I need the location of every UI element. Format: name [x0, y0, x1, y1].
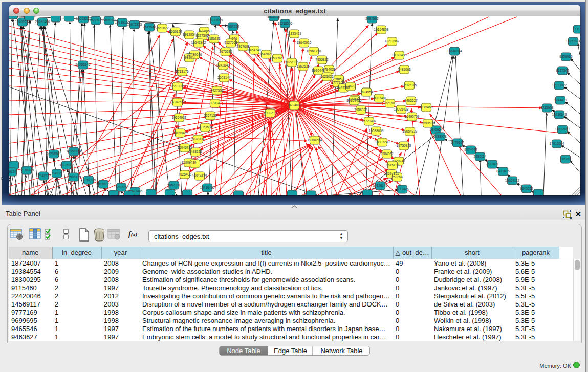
svg-text:2087662: 2087662 — [365, 17, 379, 20]
svg-text:1621022: 1621022 — [320, 75, 334, 78]
svg-text:8186323: 8186323 — [207, 37, 221, 40]
svg-text:9384067: 9384067 — [380, 152, 394, 156]
svg-text:18640910: 18640910 — [297, 41, 312, 45]
svg-text:16495759: 16495759 — [405, 115, 420, 118]
svg-text:19166825: 19166825 — [173, 131, 188, 135]
svg-text:11325419: 11325419 — [287, 32, 302, 35]
svg-text:20691406: 20691406 — [35, 20, 50, 24]
svg-text:15720407: 15720407 — [362, 119, 377, 123]
svg-text:15046785: 15046785 — [178, 146, 192, 149]
svg-text:845: 845 — [336, 77, 342, 81]
svg-text:7955822: 7955822 — [315, 58, 329, 61]
svg-text:16033809: 16033809 — [208, 18, 223, 22]
svg-text:1640954: 1640954 — [429, 128, 443, 132]
svg-text:2867608: 2867608 — [236, 45, 250, 48]
svg-text:9463627: 9463627 — [404, 99, 418, 102]
svg-text:16107553: 16107553 — [170, 100, 185, 104]
svg-text:12093822: 12093822 — [552, 83, 567, 87]
svg-text:9527508: 9527508 — [224, 41, 237, 45]
svg-text:1527602: 1527602 — [89, 18, 102, 22]
svg-text:17957225: 17957225 — [81, 178, 96, 182]
svg-text:15751074: 15751074 — [566, 39, 580, 43]
svg-text:114519: 114519 — [51, 171, 62, 175]
svg-text:12359934: 12359934 — [67, 149, 81, 153]
svg-text:1362635: 1362635 — [296, 64, 310, 68]
svg-text:10958127: 10958127 — [96, 182, 111, 186]
svg-text:12505135: 12505135 — [67, 175, 81, 179]
svg-text:7663822: 7663822 — [156, 26, 169, 30]
svg-text:5938928: 5938928 — [433, 135, 447, 138]
svg-text:2603144: 2603144 — [217, 76, 231, 79]
svg-text:20206501: 20206501 — [47, 152, 61, 156]
svg-text:8427552: 8427552 — [210, 89, 224, 92]
svg-text:39154: 39154 — [9, 170, 16, 173]
svg-text:9474444: 9474444 — [464, 148, 477, 151]
svg-text:3215958: 3215958 — [540, 106, 554, 110]
svg-text:20053346: 20053346 — [76, 63, 91, 67]
svg-text:10025438: 10025438 — [394, 107, 409, 111]
svg-text:16782759: 16782759 — [114, 185, 129, 189]
svg-text:9327505: 9327505 — [195, 34, 209, 37]
svg-text:6794028: 6794028 — [322, 68, 336, 71]
svg-text:9227342: 9227342 — [556, 69, 569, 72]
svg-text:3624554: 3624554 — [360, 90, 373, 94]
svg-text:1112: 1112 — [575, 27, 580, 31]
svg-text:9646821: 9646821 — [259, 52, 273, 56]
svg-text:6479197: 6479197 — [451, 141, 464, 144]
svg-text:9457791: 9457791 — [167, 183, 181, 187]
svg-text:6466160: 6466160 — [102, 18, 116, 22]
svg-text:9242848: 9242848 — [216, 63, 230, 67]
svg-text:17004: 17004 — [210, 101, 220, 105]
svg-text:19218506: 19218506 — [278, 21, 293, 25]
svg-text:17016504: 17016504 — [550, 142, 564, 145]
svg-text:16210643: 16210643 — [552, 113, 567, 116]
svg-text:9329966: 9329966 — [559, 55, 573, 58]
svg-text:7632621: 7632621 — [486, 162, 499, 166]
svg-text:15692951: 15692951 — [555, 127, 570, 131]
svg-text:1498222: 1498222 — [189, 150, 202, 154]
svg-text:7957224: 7957224 — [226, 25, 239, 28]
svg-text:12975115: 12975115 — [402, 83, 417, 87]
svg-text:33975867: 33975867 — [59, 163, 74, 167]
svg-text:8813054: 8813054 — [267, 16, 280, 18]
svg-text:12405571: 12405571 — [15, 20, 30, 24]
svg-text:7625402: 7625402 — [178, 172, 191, 176]
svg-text:2390213: 2390213 — [264, 111, 277, 115]
svg-text:7515546: 7515546 — [143, 25, 156, 29]
svg-text:11353594: 11353594 — [198, 125, 213, 129]
svg-text:5878334: 5878334 — [191, 137, 205, 141]
svg-text:116753: 116753 — [560, 157, 571, 161]
svg-text:1244419: 1244419 — [554, 98, 567, 102]
svg-text:8454749: 8454749 — [248, 48, 261, 52]
svg-text:12213967: 12213967 — [385, 39, 400, 43]
svg-text:1733426: 1733426 — [396, 187, 409, 191]
svg-text:16648784: 16648784 — [447, 49, 462, 53]
svg-text:19654933: 19654933 — [172, 116, 187, 119]
svg-text:12213369: 12213369 — [170, 84, 185, 88]
svg-text:19756928: 19756928 — [397, 144, 411, 147]
svg-text:16154808: 16154808 — [374, 28, 389, 31]
svg-text:0699695: 0699695 — [421, 121, 434, 125]
svg-text:10688609: 10688609 — [369, 129, 384, 133]
svg-text:13226058: 13226058 — [197, 29, 212, 33]
svg-text:18807249: 18807249 — [375, 140, 390, 144]
svg-text:12923446: 12923446 — [128, 189, 143, 193]
svg-text:6120746: 6120746 — [392, 159, 405, 163]
svg-text:12156829: 12156829 — [19, 168, 34, 172]
svg-text:1615132: 1615132 — [386, 163, 399, 167]
svg-text:98901: 98901 — [185, 56, 194, 59]
svg-text:252254: 252254 — [391, 175, 403, 179]
svg-text:12942737: 12942737 — [36, 174, 51, 178]
svg-text:3675685: 3675685 — [219, 50, 232, 53]
svg-text:19384554: 19384554 — [308, 138, 322, 142]
svg-text:10973493: 10973493 — [392, 53, 407, 57]
svg-text:9115460: 9115460 — [420, 105, 433, 109]
svg-text:14136141: 14136141 — [373, 184, 388, 187]
svg-text:10654112: 10654112 — [505, 179, 520, 182]
svg-text:7485063: 7485063 — [398, 68, 411, 71]
svg-text:19654923: 19654923 — [403, 129, 418, 133]
svg-text:546: 546 — [232, 37, 237, 40]
svg-text:16543362: 16543362 — [191, 41, 206, 45]
svg-text:16671355: 16671355 — [127, 23, 142, 26]
svg-text:2935114: 2935114 — [474, 155, 487, 158]
